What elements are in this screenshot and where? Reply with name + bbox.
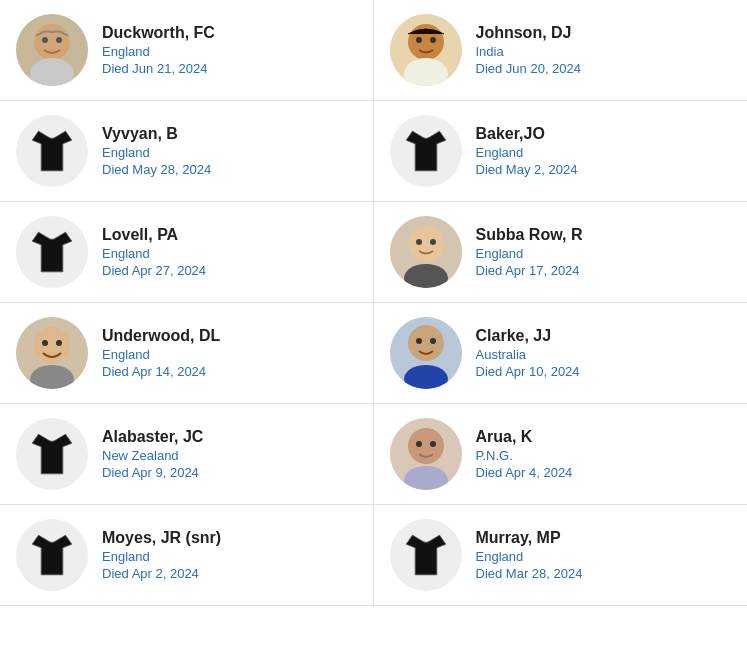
player-died: Died Apr 9, 2024: [102, 465, 203, 480]
player-country[interactable]: England: [102, 347, 220, 362]
player-died: Died Jun 20, 2024: [476, 61, 582, 76]
player-info: Alabaster, JCNew ZealandDied Apr 9, 2024: [102, 428, 203, 480]
player-card-moyes-jr[interactable]: Moyes, JR (snr)EnglandDied Apr 2, 2024: [0, 505, 374, 606]
player-info: Baker,JOEnglandDied May 2, 2024: [476, 125, 578, 177]
player-name: Underwood, DL: [102, 327, 220, 345]
player-name: Vyvyan, B: [102, 125, 211, 143]
player-card-clarke-jj[interactable]: Clarke, JJAustraliaDied Apr 10, 2024: [374, 303, 748, 404]
avatar: [16, 14, 88, 86]
player-info: Underwood, DLEnglandDied Apr 14, 2024: [102, 327, 220, 379]
player-name: Johnson, DJ: [476, 24, 582, 42]
avatar-placeholder: [16, 216, 88, 288]
player-card-subba-row-r[interactable]: Subba Row, REnglandDied Apr 17, 2024: [374, 202, 748, 303]
player-country[interactable]: Australia: [476, 347, 580, 362]
player-info: Moyes, JR (snr)EnglandDied Apr 2, 2024: [102, 529, 221, 581]
player-country[interactable]: New Zealand: [102, 448, 203, 463]
player-card-murray-mp[interactable]: Murray, MPEnglandDied Mar 28, 2024: [374, 505, 748, 606]
player-info: Johnson, DJIndiaDied Jun 20, 2024: [476, 24, 582, 76]
player-country[interactable]: England: [476, 246, 583, 261]
player-name: Alabaster, JC: [102, 428, 203, 446]
player-info: Duckworth, FCEnglandDied Jun 21, 2024: [102, 24, 215, 76]
avatar-placeholder: [16, 115, 88, 187]
player-country[interactable]: England: [102, 145, 211, 160]
player-country[interactable]: England: [476, 145, 578, 160]
player-name: Arua, K: [476, 428, 573, 446]
avatar: [16, 317, 88, 389]
svg-point-4: [56, 37, 62, 43]
player-info: Arua, KP.N.G.Died Apr 4, 2024: [476, 428, 573, 480]
player-country[interactable]: P.N.G.: [476, 448, 573, 463]
player-card-duckworth-fc[interactable]: Duckworth, FCEnglandDied Jun 21, 2024: [0, 0, 374, 101]
avatar-placeholder: [390, 519, 462, 591]
player-country[interactable]: England: [102, 549, 221, 564]
player-died: Died Apr 14, 2024: [102, 364, 220, 379]
player-info: Lovell, PAEnglandDied Apr 27, 2024: [102, 226, 206, 278]
player-card-baker-jo[interactable]: Baker,JOEnglandDied May 2, 2024: [374, 101, 748, 202]
player-name: Duckworth, FC: [102, 24, 215, 42]
player-card-vyvyan-b[interactable]: Vyvyan, BEnglandDied May 28, 2024: [0, 101, 374, 202]
player-name: Lovell, PA: [102, 226, 206, 244]
player-info: Subba Row, REnglandDied Apr 17, 2024: [476, 226, 583, 278]
player-name: Moyes, JR (snr): [102, 529, 221, 547]
svg-point-26: [408, 428, 444, 464]
players-grid: Duckworth, FCEnglandDied Jun 21, 2024 Jo…: [0, 0, 747, 606]
svg-point-28: [416, 441, 422, 447]
player-card-arua-k[interactable]: Arua, KP.N.G.Died Apr 4, 2024: [374, 404, 748, 505]
player-info: Clarke, JJAustraliaDied Apr 10, 2024: [476, 327, 580, 379]
avatar: [390, 216, 462, 288]
player-name: Subba Row, R: [476, 226, 583, 244]
svg-point-14: [430, 239, 436, 245]
avatar-placeholder: [16, 418, 88, 490]
player-died: Died May 2, 2024: [476, 162, 578, 177]
avatar: [390, 317, 462, 389]
player-died: Died Apr 17, 2024: [476, 263, 583, 278]
player-country[interactable]: England: [102, 246, 206, 261]
player-name: Clarke, JJ: [476, 327, 580, 345]
avatar-placeholder: [390, 115, 462, 187]
svg-point-23: [416, 338, 422, 344]
player-card-alabaster-jc[interactable]: Alabaster, JCNew ZealandDied Apr 9, 2024: [0, 404, 374, 505]
player-country[interactable]: England: [102, 44, 215, 59]
player-died: Died Apr 27, 2024: [102, 263, 206, 278]
player-country[interactable]: England: [476, 549, 583, 564]
svg-point-24: [430, 338, 436, 344]
player-country[interactable]: India: [476, 44, 582, 59]
player-info: Murray, MPEnglandDied Mar 28, 2024: [476, 529, 583, 581]
player-died: Died Apr 10, 2024: [476, 364, 580, 379]
svg-point-21: [408, 325, 444, 361]
svg-point-1: [34, 24, 70, 60]
player-name: Murray, MP: [476, 529, 583, 547]
player-card-lovell-pa[interactable]: Lovell, PAEnglandDied Apr 27, 2024: [0, 202, 374, 303]
player-died: Died May 28, 2024: [102, 162, 211, 177]
svg-point-3: [42, 37, 48, 43]
svg-point-18: [42, 340, 48, 346]
svg-point-8: [416, 37, 422, 43]
player-died: Died Jun 21, 2024: [102, 61, 215, 76]
svg-point-9: [430, 37, 436, 43]
player-card-underwood-dl[interactable]: Underwood, DLEnglandDied Apr 14, 2024: [0, 303, 374, 404]
svg-point-11: [408, 226, 444, 262]
player-died: Died Apr 2, 2024: [102, 566, 221, 581]
player-name: Baker,JO: [476, 125, 578, 143]
avatar-placeholder: [16, 519, 88, 591]
avatar: [390, 418, 462, 490]
player-info: Vyvyan, BEnglandDied May 28, 2024: [102, 125, 211, 177]
svg-point-13: [416, 239, 422, 245]
player-card-johnson-dj[interactable]: Johnson, DJIndiaDied Jun 20, 2024: [374, 0, 748, 101]
svg-point-29: [430, 441, 436, 447]
svg-point-19: [56, 340, 62, 346]
player-died: Died Mar 28, 2024: [476, 566, 583, 581]
avatar: [390, 14, 462, 86]
player-died: Died Apr 4, 2024: [476, 465, 573, 480]
